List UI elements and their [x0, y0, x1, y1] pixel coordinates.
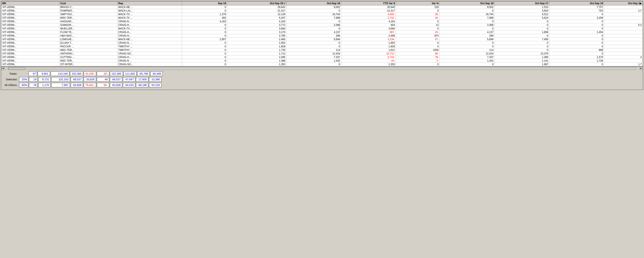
cell-octsep1x: [604, 30, 643, 34]
cell-rep: CRAIG-N ...: [117, 20, 182, 23]
cell-octsep1x: [604, 38, 643, 41]
totals-sep19: 9,901: [38, 71, 50, 76]
cell-rep: CRAIG-H...: [117, 34, 182, 38]
cell-ytdvar: 2,499: [341, 34, 396, 38]
cell-octsep19: 3,772: [227, 23, 286, 27]
cell-octsep1x: [604, 41, 643, 45]
table-row[interactable]: VIT-VERM...MSC-TER...TIMOTHY ...01,73511…: [2, 48, 643, 52]
horizontal-scrollbar[interactable]: ◀ ▶: [1, 67, 643, 70]
table-row[interactable]: VIT-VERM...FLOW TE...CRAIG-H...03,1704,1…: [2, 30, 643, 34]
table-row[interactable]: VIT-VERM...SMP FOU...MACK-TX ...1,37912,…: [2, 13, 643, 16]
cell-mfr: VIT-VERM...: [2, 13, 60, 16]
table-row[interactable]: VIT-VERM...H&H MAC...CRAIG-H...02,785286…: [2, 34, 643, 38]
allothers-pct: 80%: [19, 83, 28, 88]
cell-octsep1x: [604, 13, 643, 16]
cell-octsep16: 898: [549, 48, 604, 52]
cell-varpct: 86-: [396, 52, 440, 55]
cell-octsep17: 1,385: [494, 55, 549, 59]
table-row[interactable]: VIT-VERM...MSC-TER...MACK-TX ...3925,257…: [2, 16, 643, 20]
selected-count: 19: [29, 77, 38, 82]
header-octsep1x[interactable]: Oct-Sep 1▶: [604, 1, 643, 5]
cell-octsep18a: 286: [286, 34, 341, 38]
table-row[interactable]: VIT-VERM...CUTTING ...CRAIG-H...01,5957,…: [2, 55, 643, 59]
header-cust[interactable]: Cust: [60, 1, 117, 5]
header-sep19[interactable]: Sep 19: [182, 1, 227, 5]
header-varpct[interactable]: Var %: [396, 1, 440, 5]
cell-rep: CRAIG-H...: [117, 55, 182, 59]
cell-octsep16: 0: [549, 63, 604, 66]
table-row[interactable]: VIT-VERM...MUELLER...MACK-TX ...03,68403…: [2, 27, 643, 30]
totals-octsep19: 110,160: [50, 71, 70, 76]
cell-varpct: 0: [396, 63, 440, 66]
allothers-octsep19: 7,997: [51, 83, 70, 88]
cell-ytdvar: 1,621: [341, 48, 396, 52]
cell-rep: CRAIG-N ...: [117, 59, 182, 63]
cell-octsep1x: [604, 59, 643, 63]
table-row[interactable]: VIT-VERM...PACCAR ...TIMOTHY ...01,92801…: [2, 45, 643, 48]
header-octsep18a[interactable]: Oct-Sep 18: [286, 1, 341, 5]
cell-octsep18b: 0: [440, 20, 494, 23]
cell-octsep18a: 4,137: [286, 30, 341, 34]
cell-octsep1x: 5,3: [604, 23, 643, 27]
table-row[interactable]: VIT-VERM...PUMPWO...MACK-LA(...021,31702…: [2, 9, 643, 13]
scroll-left-button[interactable]: ◀: [1, 67, 5, 70]
header-octsep16[interactable]: Oct-Sep 16: [549, 1, 604, 5]
cell-octsep18b: 0: [440, 27, 494, 30]
data-table: MfrCustRepSep 19Oct-Sep 19Oct-Sep 18YTD …: [1, 1, 643, 66]
cell-mfr: VIT-VERM...: [2, 48, 60, 52]
cell-ytdvar: 10,712-: [341, 52, 396, 55]
cell-ytdvar: 44-: [341, 59, 396, 63]
cell-mfr: VIT-VERM...: [2, 5, 60, 9]
cell-sep19: 0: [182, 27, 227, 30]
cell-mfr: VIT-VERM...: [2, 9, 60, 13]
totals-octsep18b: 152,365: [110, 71, 123, 76]
cell-cust: SAMSON ...: [60, 23, 117, 27]
table-row[interactable]: VIT-VERM...ANTHONY...CRAIG-SO...01,71212…: [2, 52, 643, 55]
totals-row: Totals: 97 9,901 110,160 152,365 42,205-…: [1, 71, 643, 76]
cell-rep: TIMOTHY ...: [117, 45, 182, 48]
cell-octsep19: 12,139: [227, 13, 286, 16]
table-row[interactable]: VIT-VERM...HAGGAR...CRAIG-N ...4,1634,16…: [2, 20, 643, 23]
cell-ytdvar: 2,742-: [341, 16, 396, 20]
cell-mfr: VIT-VERM...: [2, 23, 60, 27]
header-mfr[interactable]: Mfr: [2, 1, 60, 5]
table-row[interactable]: VIT-VERM...MSC-TER...CRAIG-N ...01,3881,…: [2, 59, 643, 63]
table-row[interactable]: VIT-VERM...LONGVIE...MACK-NE ...2,0072,4…: [2, 38, 643, 41]
cell-varpct: 12: [396, 23, 440, 27]
cell-octsep18a: 0: [286, 20, 341, 23]
header-octsep18b[interactable]: Oct-Sep 18: [440, 1, 494, 5]
table-row[interactable]: VIT-VERM...ELIJAH T...CRAIG-N ...01,9530…: [2, 41, 643, 45]
cell-rep: MACK-TX ...: [117, 27, 182, 30]
scroll-right-button[interactable]: ▶: [639, 67, 643, 70]
header-ytdvar[interactable]: YTD Var $: [341, 1, 396, 5]
cell-sep19: 1,379: [182, 13, 227, 16]
cell-sep19: 0: [182, 55, 227, 59]
table-row[interactable]: VIT-VERM...BRASS C...MACK-NE ...029,6429…: [2, 5, 643, 9]
cell-octsep16: 763: [549, 9, 604, 13]
cell-rep: CRAIG-N ...: [117, 41, 182, 45]
cell-octsep17: 0: [494, 20, 549, 23]
table-row[interactable]: VIT-VERM...SAMSON ...CRAIG-H...03,7723,3…: [2, 23, 643, 27]
cell-octsep18a: 0: [286, 41, 341, 45]
scrollbar-thumb[interactable]: [8, 68, 25, 70]
header-rep[interactable]: Rep: [117, 1, 182, 5]
cell-octsep17: 1,141: [494, 59, 549, 63]
cell-cust: LONGVIE...: [60, 38, 117, 41]
cell-cust: HAGGAR...: [60, 20, 117, 23]
header-row: MfrCustRepSep 19Oct-Sep 19Oct-Sep 18YTD …: [2, 1, 643, 5]
allothers-varpct: 90-: [97, 83, 109, 88]
cell-sep19: 0: [182, 63, 227, 66]
scrollbar-track[interactable]: [8, 67, 636, 70]
cell-octsep16: 0: [549, 20, 604, 23]
header-octsep19[interactable]: Oct-Sep 19: [227, 1, 286, 5]
table-row[interactable]: VIT-VERM...STI INTER...CRAIG-SO...01,353…: [2, 63, 643, 66]
header-octsep17[interactable]: Oct-Sep 17: [494, 1, 549, 5]
cell-sep19: 0: [182, 23, 227, 27]
cell-octsep16: 0: [549, 52, 604, 55]
selected-label: Selected:: [2, 78, 19, 81]
selected-sep19: 8,731: [38, 77, 51, 82]
cell-octsep18b: 286: [440, 34, 494, 38]
cell-rep: MACK-NE ...: [117, 5, 182, 9]
cell-varpct: 0: [396, 45, 440, 48]
cell-rep: CRAIG-H...: [117, 23, 182, 27]
